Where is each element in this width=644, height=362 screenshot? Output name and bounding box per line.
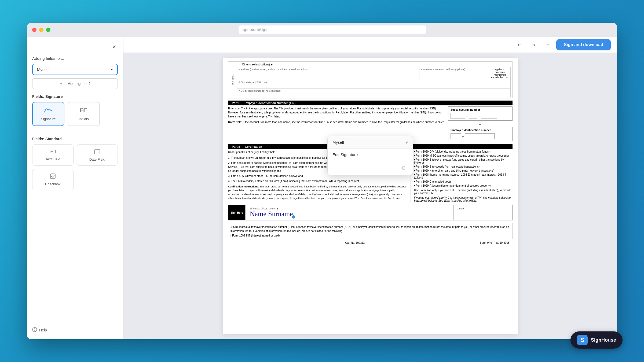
- document-area[interactable]: See Spec. Other (see instructions) ▶ 5 A…: [123, 53, 617, 339]
- svg-text:?: ?: [34, 328, 35, 331]
- date-field-label: Date Field: [89, 157, 105, 161]
- delete-signature-button[interactable]: 🗑: [400, 164, 408, 172]
- ein-label: Employer identification number: [451, 129, 510, 132]
- ssn-label: Social security number: [451, 108, 510, 111]
- city-field: 6 City, state, and ZIP code: [237, 80, 511, 88]
- part2-right: • Form 1099-DIV (dividends, including th…: [411, 150, 513, 202]
- form1099-ref: • Form 1099-INT (interest earned or paid…: [230, 234, 510, 237]
- ssn-dash1: –: [466, 114, 468, 117]
- ssn-field1: [451, 113, 465, 119]
- help-section[interactable]: ? Help: [32, 327, 118, 333]
- ein-dash: –: [462, 135, 464, 138]
- sign-download-button[interactable]: Sign and download: [556, 39, 611, 50]
- city-label: 6 City, state, and ZIP code: [239, 81, 267, 84]
- dropdown-chevron-icon: ∨: [405, 140, 408, 145]
- initials-icon: [80, 107, 87, 115]
- toolbar: ↩ ↪ ··· Sign and download: [123, 37, 617, 53]
- tin-text: Enter your TIN in the appropriate box. T…: [228, 106, 445, 119]
- cert-instructions-label: Certification instructions.: [228, 185, 259, 188]
- right-item-6: • Form 1099-C (canceled debt): [414, 180, 513, 183]
- signature-area[interactable]: Signature of U.S. person ▶ Name Surname: [245, 205, 453, 220]
- edit-signature-item[interactable]: Edit Signature: [328, 149, 413, 161]
- signature-section-label: Fields: Signature: [32, 94, 118, 99]
- redo-button[interactable]: ↪: [529, 40, 538, 50]
- signature-dropdown-popup: Myself ∨ Edit Signature 🗑: [327, 136, 413, 175]
- other-label: Other (see instructions) ▶: [242, 63, 273, 66]
- redo-icon: ↪: [532, 42, 536, 48]
- browser-content: ✕ Adding fields for... Myself ▾ ＋ + Add …: [27, 37, 617, 339]
- help-label: Help: [39, 328, 47, 332]
- sign-here-label: Sign Here: [228, 205, 245, 220]
- below-sign-section: (SSN), individual taxpayer identificatio…: [228, 223, 513, 239]
- document-page: See Spec. Other (see instructions) ▶ 5 A…: [223, 58, 518, 334]
- dropdown-popup-header: Myself ∨: [328, 136, 413, 149]
- text-field-button[interactable]: Text Field: [32, 144, 74, 166]
- address-field: 5 Address (number, street, and apt. or s…: [237, 67, 419, 80]
- signee-dropdown[interactable]: Myself ▾: [32, 64, 118, 75]
- ssn-section: Social security number – –: [448, 106, 513, 121]
- signhouse-badge: S SignHouse: [570, 331, 623, 349]
- part2-label: Part II: [230, 145, 242, 148]
- signature-icon: [44, 107, 53, 115]
- traffic-minimize[interactable]: [39, 28, 43, 32]
- right-item-8: Use Form W-9 only if you are a U.S. pers…: [414, 189, 513, 195]
- checkbox-button[interactable]: Checkbox: [32, 169, 74, 190]
- browser-urlbar[interactable]: signhouse.io/sign: [239, 25, 426, 34]
- or-label: or: [448, 123, 513, 126]
- initials-field-button[interactable]: Initials: [68, 102, 100, 126]
- checkbox-icon: [50, 173, 56, 180]
- chevron-down-icon: ▾: [111, 67, 113, 72]
- plus-icon: ＋: [59, 81, 63, 86]
- signature-fields-group: Signature Initials: [32, 102, 118, 126]
- ssn-fields: – –: [451, 113, 510, 119]
- applies-text: Applies to accounts maintained outside t…: [489, 67, 511, 80]
- more-options-button[interactable]: ···: [543, 40, 552, 49]
- undo-button[interactable]: ↩: [515, 40, 524, 50]
- requester-label: Requester's name and address (optional): [421, 68, 487, 71]
- signhouse-name: SignHouse: [591, 337, 616, 343]
- ein-field2: [465, 133, 495, 139]
- form-name: Form W-9 (Rev. 10-2018): [480, 241, 510, 244]
- signature-fields-section: Fields: Signature Signature: [32, 94, 118, 131]
- checkbox-label: Checkbox: [45, 182, 61, 186]
- requester-field: Requester's name and address (optional): [419, 67, 489, 80]
- ssn-field2: [469, 113, 477, 119]
- initials-field-label: Initials: [79, 117, 89, 121]
- address-label: 5 Address (number, street, and apt. or s…: [239, 68, 418, 71]
- date-area: Date ▶: [453, 205, 512, 220]
- date-field-button[interactable]: Date Field: [77, 144, 118, 166]
- traffic-close[interactable]: [32, 28, 36, 32]
- ein-fields: –: [451, 133, 510, 139]
- standard-section-label: Fields: Standard: [32, 137, 118, 141]
- other-checkbox-row: Other (see instructions) ▶: [237, 63, 511, 66]
- dropdown-signee-value: Myself: [332, 140, 344, 145]
- date-label: Date ▶: [457, 207, 509, 210]
- undo-icon: ↩: [518, 42, 522, 48]
- sidebar: ✕ Adding fields for... Myself ▾ ＋ + Add …: [27, 37, 123, 339]
- svg-rect-5: [94, 150, 100, 154]
- ein-section: Employer identification number –: [448, 127, 513, 141]
- sign-here-sub-label: Signature of U.S. person ▶: [250, 207, 449, 210]
- sign-here-section: Sign Here Signature of U.S. person ▶ Nam…: [228, 205, 513, 220]
- text-field-icon: [50, 149, 56, 156]
- traffic-maximize[interactable]: [46, 28, 50, 32]
- signature-field-button[interactable]: Signature: [32, 102, 64, 126]
- part1-right: Social security number – –: [448, 106, 513, 141]
- svg-rect-2: [84, 108, 87, 112]
- part1-header: Part I Taxpayer Identification Number (T…: [228, 101, 513, 105]
- signature-handle[interactable]: [292, 215, 295, 219]
- browser-window: signhouse.io/sign ✕ Adding fields for...…: [27, 23, 617, 339]
- catalog-line: Cat. No. 10231X Form W-9 (Rev. 10-2018): [228, 239, 513, 246]
- account-label: 7 List account number(s) here (optional): [239, 90, 281, 92]
- standard-fields-section: Fields: Standard Text Field: [32, 137, 118, 190]
- text-field-label: Text Field: [45, 157, 60, 161]
- sidebar-close-area: ✕: [32, 43, 118, 51]
- add-signees-button[interactable]: ＋ + Add signees?: [32, 78, 118, 89]
- lower-left-text: (SSN), individual taxpayer identificatio…: [230, 225, 510, 233]
- other-checkbox[interactable]: [237, 63, 240, 66]
- signature-field-label: Signature: [41, 117, 56, 121]
- cert-item-4: 4. The FATCA code(s) entered on this for…: [228, 179, 407, 183]
- close-sidebar-button[interactable]: ✕: [110, 43, 118, 51]
- lower-left: (SSN), individual taxpayer identificatio…: [228, 223, 513, 239]
- see-spec-label: See Spec.: [230, 74, 234, 86]
